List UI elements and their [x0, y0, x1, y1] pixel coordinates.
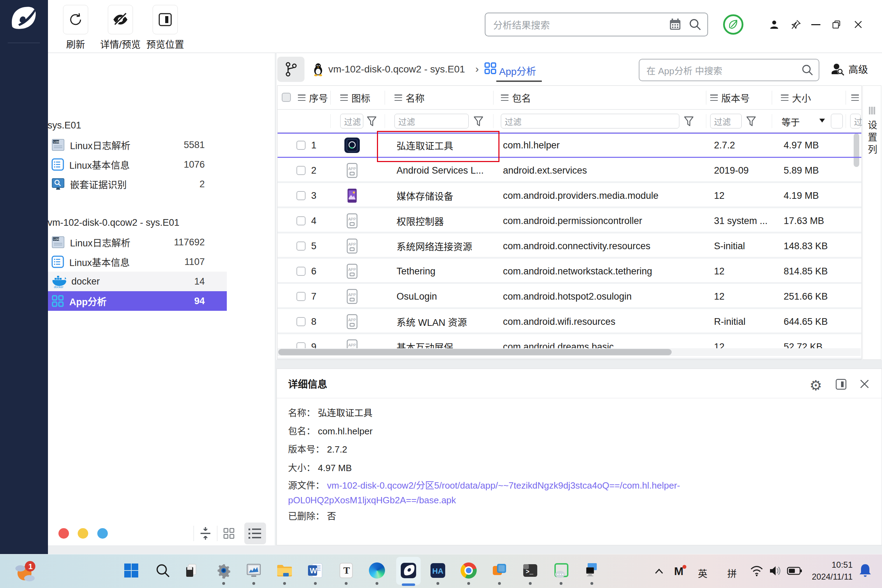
- forensic-app-icon[interactable]: [400, 562, 417, 579]
- terminal-icon[interactable]: >_: [522, 562, 539, 579]
- row-checkbox[interactable]: [297, 317, 306, 326]
- ha-app-icon[interactable]: HA: [429, 562, 447, 579]
- row-checkbox[interactable]: [297, 292, 306, 301]
- wifi-icon[interactable]: [750, 565, 764, 577]
- license-status-icon[interactable]: [723, 14, 743, 34]
- tray-expand-chevron-icon[interactable]: [654, 568, 664, 575]
- column-header-overflow[interactable]: [851, 86, 859, 110]
- refresh-button[interactable]: 刷新: [56, 5, 95, 51]
- taskbar-clock[interactable]: 10:512024/11/11: [805, 559, 853, 583]
- lang-indicator-pinyin[interactable]: 拼: [727, 566, 737, 580]
- chrome-icon[interactable]: [460, 562, 477, 579]
- minimize-button[interactable]: [811, 24, 820, 25]
- dropdown-caret-icon[interactable]: [819, 118, 825, 123]
- funnel-icon[interactable]: [746, 116, 756, 127]
- vertical-scrollbar-thumb[interactable]: [854, 134, 859, 167]
- table-row[interactable]: 1 弘连取证工具 com.hl.helper 2.7.2 4.97 MB: [278, 133, 861, 158]
- filter-input-icon[interactable]: 过滤: [340, 114, 363, 129]
- battery-icon[interactable]: [787, 566, 802, 575]
- detail-preview-button[interactable]: 详情/预览: [98, 5, 143, 51]
- table-row[interactable]: 4 APP 权限控制器 com.android.permissioncontro…: [278, 208, 861, 234]
- breadcrumb-current[interactable]: App分析: [499, 64, 536, 78]
- advanced-search-button[interactable]: 高级: [830, 61, 868, 77]
- table-row[interactable]: 2 APP Android Services L... android.ext.…: [278, 158, 861, 183]
- select-all-checkbox[interactable]: [282, 93, 291, 102]
- text-app-icon[interactable]: T: [338, 562, 355, 579]
- table-row[interactable]: 7 APP OsuLogin com.android.hotspot2.osul…: [278, 284, 861, 309]
- panel-search-input[interactable]: 在 App分析 中搜索: [639, 59, 819, 81]
- funnel-icon[interactable]: [473, 116, 484, 127]
- gear-icon[interactable]: ⚙: [810, 377, 822, 393]
- horizontal-scrollbar[interactable]: [278, 348, 861, 356]
- global-search-input[interactable]: 分析结果搜索: [485, 13, 708, 36]
- close-detail-icon[interactable]: [859, 379, 870, 389]
- row-checkbox[interactable]: [297, 166, 306, 175]
- word-icon[interactable]: W: [307, 562, 324, 579]
- source-file-link[interactable]: vm-102-disk-0.qcow2/分区5/root/data/app/~~…: [288, 480, 680, 506]
- table-row[interactable]: 3 媒体存储设备 com.android.providers.media.mod…: [278, 183, 861, 208]
- panel-layout-icon[interactable]: [835, 378, 848, 391]
- calendar-icon[interactable]: [668, 18, 682, 32]
- edge-icon[interactable]: [368, 562, 386, 579]
- cell-version: R-initial: [714, 309, 746, 334]
- red-dot-filter[interactable]: [58, 528, 69, 538]
- funnel-icon[interactable]: [366, 116, 377, 127]
- grip-icon: [863, 107, 881, 114]
- app-icon: APP: [344, 314, 360, 330]
- lang-indicator-en[interactable]: 英: [698, 566, 707, 580]
- search-submit-icon[interactable]: [688, 18, 702, 31]
- wechat-devtool-icon[interactable]: [552, 562, 570, 579]
- search-icon[interactable]: [801, 64, 814, 76]
- taskbar-search-icon[interactable]: [154, 562, 171, 579]
- funnel-icon[interactable]: [684, 116, 694, 127]
- task-manager-icon[interactable]: [245, 562, 262, 579]
- branch-view-button[interactable]: [277, 57, 304, 82]
- collapse-panel-icon[interactable]: [199, 526, 212, 540]
- column-header-num[interactable]: 序号: [298, 86, 328, 110]
- detail-title: 详细信息: [288, 376, 327, 391]
- column-header-version[interactable]: 版本号: [710, 86, 750, 110]
- close-button[interactable]: [853, 20, 863, 29]
- column-settings-strip[interactable]: 设置列: [862, 86, 881, 360]
- yellow-dot-filter[interactable]: [78, 528, 88, 538]
- preview-position-button[interactable]: 预览位置: [144, 5, 186, 51]
- detail-preview-label: 详情/预览: [100, 37, 141, 51]
- table-row[interactable]: 6 APP Tethering com.android.networkstack…: [278, 259, 861, 284]
- volume-icon[interactable]: [769, 564, 782, 578]
- column-header-size[interactable]: 大小: [781, 86, 811, 110]
- column-header-icon[interactable]: 图标: [340, 86, 370, 110]
- windows-start-button[interactable]: [123, 562, 140, 579]
- filter-input-name[interactable]: 过滤: [394, 114, 469, 129]
- settings-gear-icon[interactable]: [215, 562, 232, 579]
- row-checkbox[interactable]: [297, 267, 306, 276]
- detail-panel: 详细信息 ⚙ 名称： 弘连取证工具 包名： com.hl.helper 版本号：…: [276, 369, 882, 545]
- task-view-icon[interactable]: [183, 562, 201, 579]
- row-checkbox[interactable]: [297, 242, 306, 250]
- size-operator-dropdown[interactable]: 等于: [782, 115, 800, 128]
- row-checkbox[interactable]: [297, 141, 306, 150]
- vmware-icon[interactable]: [491, 562, 508, 579]
- breadcrumb-root[interactable]: vm-102-disk-0.qcow2 - sys.E01: [328, 64, 465, 75]
- filter-input-pkg[interactable]: 过滤: [501, 114, 680, 129]
- maximize-restore-button[interactable]: [832, 20, 842, 29]
- filter-input-size[interactable]: [831, 114, 843, 129]
- grid-view-icon[interactable]: [223, 527, 235, 540]
- column-header-name[interactable]: 名称: [394, 86, 424, 110]
- filter-input-overflow[interactable]: 过: [850, 114, 861, 129]
- table-row[interactable]: 8 APP 系统 WLAN 资源 com.android.wifi.resour…: [278, 309, 861, 334]
- notification-bell-icon[interactable]: [858, 563, 872, 578]
- blue-dot-filter[interactable]: [97, 528, 108, 538]
- row-checkbox[interactable]: [297, 191, 306, 200]
- remote-desktop-icon[interactable]: [583, 562, 601, 579]
- table-row[interactable]: 5 APP 系统网络连接资源 com.android.connectivity.…: [278, 234, 861, 259]
- ime-icon[interactable]: M: [674, 565, 684, 578]
- pin-icon[interactable]: [791, 20, 801, 29]
- user-account-icon[interactable]: [769, 20, 779, 29]
- weather-widget[interactable]: 1: [13, 559, 38, 583]
- filter-input-version[interactable]: 过滤: [710, 114, 742, 129]
- list-view-toggle[interactable]: [244, 522, 266, 544]
- horizontal-scrollbar-thumb[interactable]: [278, 349, 672, 355]
- file-explorer-icon[interactable]: [276, 562, 293, 579]
- row-checkbox[interactable]: [297, 216, 306, 225]
- column-header-pkg[interactable]: 包名: [501, 86, 531, 110]
